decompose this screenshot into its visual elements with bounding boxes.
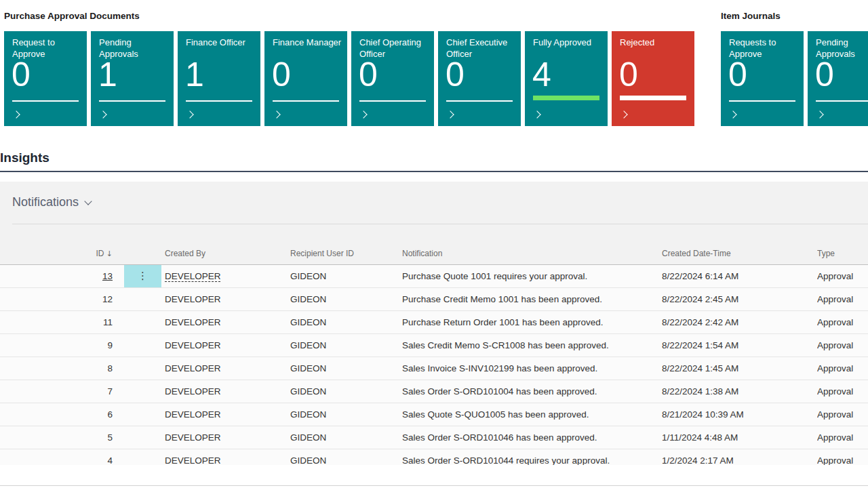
table-row[interactable]: 5 DEVELOPER GIDEON Sales Order S-ORD1010… (0, 426, 868, 449)
chevron-right-icon (273, 110, 280, 118)
cue-tile-underline (533, 96, 599, 100)
row-notification-text: Sales Order S-ORD101046 has been approve… (402, 426, 658, 449)
chevron-right-icon (99, 110, 106, 118)
table-row[interactable]: 9 DEVELOPER GIDEON Sales Credit Memo S-C… (0, 334, 868, 357)
row-type: Approval (817, 449, 868, 465)
cue-tile-value: 1 (185, 57, 204, 92)
row-id-link[interactable]: 12 (102, 294, 113, 304)
column-header-created-by[interactable]: Created By (165, 243, 280, 265)
cue-tile[interactable]: Rejected 0 (612, 31, 694, 126)
row-type: Approval (817, 334, 868, 357)
cue-tile-underline (273, 100, 339, 102)
notifications-section-toggle[interactable]: Notifications (12, 195, 91, 209)
row-id-link[interactable]: 8 (107, 363, 113, 373)
table-row[interactable]: 13 ⋮ DEVELOPER GIDEON Purchase Quote 100… (0, 265, 868, 288)
row-created-by: DEVELOPER (165, 426, 280, 449)
cue-tile-underline (99, 100, 165, 102)
row-created-by: DEVELOPER (165, 311, 280, 333)
row-id-link[interactable]: 7 (107, 386, 113, 396)
row-created-by: DEVELOPER (165, 357, 280, 380)
table-row[interactable]: 6 DEVELOPER GIDEON Sales Quote S-QUO1005… (0, 403, 868, 426)
table-header-row: ID ↓ Created By Recipient User ID Notifi… (0, 243, 868, 265)
cue-tile-underline (12, 100, 79, 102)
row-notification-text: Purchase Quote 1001 requires your approv… (402, 265, 658, 287)
chevron-right-icon (359, 110, 367, 118)
cue-tile[interactable]: Request to Approve 0 (4, 31, 87, 126)
chevron-right-icon (729, 110, 736, 118)
cue-tile-value: 0 (12, 57, 31, 92)
row-id-link[interactable]: 5 (107, 432, 113, 443)
cue-tile-underline (816, 100, 868, 102)
cue-tile-title: Finance Officer (186, 37, 257, 49)
cue-tile[interactable]: Chief Executive Officer 0 (438, 31, 521, 126)
row-options-button[interactable]: ⋮ (124, 265, 161, 287)
cue-tile[interactable]: Pending Approvals 0 (808, 31, 868, 126)
row-created-by: DEVELOPER (165, 334, 280, 357)
row-created-date-time: 8/22/2024 2:45 AM (662, 288, 810, 310)
row-notification-text: Sales Quote S-QUO1005 has been approved. (402, 403, 658, 426)
cue-tile-value: 0 (359, 57, 378, 92)
row-recipient-user-id: GIDEON (290, 403, 395, 426)
row-created-by: DEVELOPER (165, 265, 280, 287)
group-label-item-journals: Item Journals (721, 11, 781, 21)
chevron-right-icon (12, 110, 20, 118)
table-row[interactable]: 8 DEVELOPER GIDEON Sales Invoice S-INV10… (0, 357, 868, 380)
notifications-card: Notifications ID ↓ Created By Recipient … (0, 182, 868, 465)
row-notification-text: Sales Order S-ORD101004 has been approve… (402, 380, 658, 403)
row-created-date-time: 8/21/2024 10:39 AM (662, 403, 810, 426)
insights-divider (0, 171, 868, 172)
insights-heading: Insights (0, 150, 50, 165)
vertical-ellipsis-icon: ⋮ (138, 265, 148, 287)
row-type: Approval (817, 403, 868, 426)
row-recipient-user-id: GIDEON (290, 311, 395, 333)
row-type: Approval (817, 380, 868, 403)
row-notification-text: Sales Order S-ORD101044 requires your ap… (402, 449, 658, 465)
row-id-link[interactable]: 6 (107, 409, 113, 420)
cue-tile[interactable]: Chief Operating Officer 0 (351, 31, 434, 126)
row-type: Approval (817, 265, 868, 287)
cue-tile[interactable]: Pending Approvals 1 (91, 31, 174, 126)
cue-tile[interactable]: Requests to Approve 0 (721, 31, 804, 126)
row-recipient-user-id: GIDEON (290, 357, 395, 380)
row-created-by: DEVELOPER (165, 380, 280, 403)
cue-tile-row-item-journals: Requests to Approve 0 Pending Approvals … (721, 31, 868, 126)
chevron-right-icon (620, 110, 627, 118)
cue-tile-value: 0 (815, 57, 834, 92)
row-id-link[interactable]: 4 (107, 455, 113, 465)
table-row[interactable]: 12 DEVELOPER GIDEON Purchase Credit Memo… (0, 288, 868, 311)
cue-tile-underline (729, 100, 795, 102)
row-created-by: DEVELOPER (165, 288, 280, 310)
cue-tile[interactable]: Finance Officer 1 (178, 31, 260, 126)
row-recipient-user-id: GIDEON (290, 449, 395, 465)
column-header-id[interactable]: ID ↓ (41, 243, 113, 265)
row-id-link[interactable]: 11 (103, 317, 113, 327)
column-header-notification[interactable]: Notification (402, 243, 658, 265)
chevron-right-icon (533, 110, 540, 118)
column-header-recipient-user-id[interactable]: Recipient User ID (290, 243, 395, 265)
row-recipient-user-id: GIDEON (290, 265, 395, 287)
cue-tile-value: 0 (728, 57, 747, 92)
notifications-header-divider (12, 224, 868, 224)
column-header-created-date-time[interactable]: Created Date-Time (662, 243, 810, 265)
table-row[interactable]: 11 DEVELOPER GIDEON Purchase Return Orde… (0, 311, 868, 334)
column-header-type[interactable]: Type (817, 243, 868, 265)
row-created-by: DEVELOPER (165, 449, 280, 465)
row-recipient-user-id: GIDEON (290, 380, 395, 403)
cue-tile-title: Rejected (620, 37, 691, 49)
next-section-divider (0, 485, 868, 486)
chevron-down-icon (84, 197, 92, 205)
table-row[interactable]: 7 DEVELOPER GIDEON Sales Order S-ORD1010… (0, 380, 868, 403)
cue-tile[interactable]: Finance Manager 0 (264, 31, 347, 126)
row-id-link[interactable]: 9 (107, 340, 113, 350)
row-recipient-user-id: GIDEON (290, 426, 395, 449)
chevron-right-icon (816, 110, 823, 118)
row-created-date-time: 8/22/2024 1:45 AM (662, 357, 810, 380)
notifications-table-body: 13 ⋮ DEVELOPER GIDEON Purchase Quote 100… (0, 265, 868, 465)
row-type: Approval (817, 288, 868, 310)
row-id-link[interactable]: 13 (102, 271, 113, 281)
cue-tile-row-purchase: Request to Approve 0 Pending Approvals 1… (4, 31, 694, 126)
table-row[interactable]: 4 DEVELOPER GIDEON Sales Order S-ORD1010… (0, 449, 868, 465)
chevron-right-icon (186, 110, 193, 118)
row-created-date-time: 8/22/2024 1:54 AM (662, 334, 810, 357)
cue-tile[interactable]: Fully Approved 4 (525, 31, 608, 126)
